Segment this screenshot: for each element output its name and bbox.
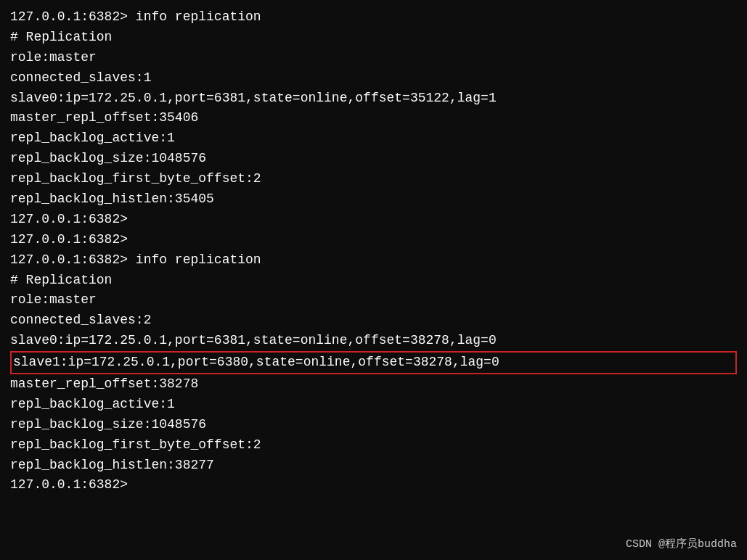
terminal-line: 127.0.0.1:6382> info replication	[10, 250, 737, 271]
terminal-line: repl_backlog_first_byte_offset:2	[10, 435, 737, 456]
terminal-line: 127.0.0.1:6382> info replication	[10, 7, 737, 28]
terminal-line: master_repl_offset:38278	[10, 374, 737, 395]
watermark: CSDN @程序员buddha	[626, 536, 737, 553]
terminal-line: repl_backlog_histlen:35405	[10, 189, 737, 210]
terminal-line: repl_backlog_active:1	[10, 128, 737, 149]
terminal-line: 127.0.0.1:6382>	[10, 475, 737, 495]
terminal-line: master_repl_offset:35406	[10, 108, 737, 128]
terminal-line: slave1:ip=172.25.0.1,port=6380,state=onl…	[10, 351, 737, 374]
terminal-line: repl_backlog_histlen:38277	[10, 456, 737, 476]
terminal-line: repl_backlog_first_byte_offset:2	[10, 169, 737, 189]
terminal-line: connected_slaves:2	[10, 310, 737, 331]
terminal-line: connected_slaves:1	[10, 68, 737, 88]
terminal-line: 127.0.0.1:6382>	[10, 210, 737, 230]
terminal-line: # Replication	[10, 271, 737, 291]
terminal-line: repl_backlog_size:1048576	[10, 415, 737, 435]
terminal-line: # Replication	[10, 28, 737, 48]
terminal-line: slave0:ip=172.25.0.1,port=6381,state=onl…	[10, 331, 737, 351]
terminal-line: slave0:ip=172.25.0.1,port=6381,state=onl…	[10, 88, 737, 109]
terminal: 127.0.0.1:6382> info replication# Replic…	[0, 0, 747, 560]
terminal-line: repl_backlog_active:1	[10, 395, 737, 415]
terminal-line: repl_backlog_size:1048576	[10, 149, 737, 169]
terminal-line: role:master	[10, 48, 737, 68]
terminal-line: 127.0.0.1:6382>	[10, 230, 737, 250]
terminal-line: role:master	[10, 290, 737, 310]
